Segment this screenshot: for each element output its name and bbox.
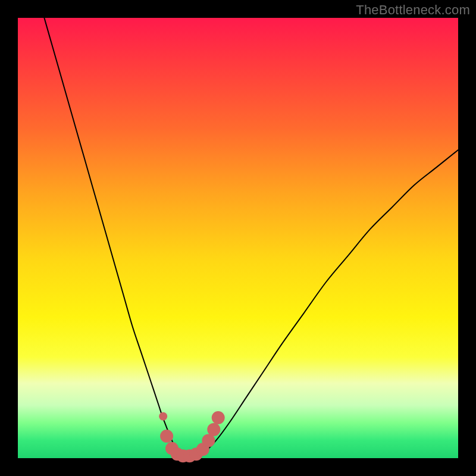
chart-frame: TheBottleneck.com bbox=[0, 0, 476, 476]
marker-dot bbox=[207, 423, 220, 436]
watermark-text: TheBottleneck.com bbox=[356, 2, 470, 18]
marker-dot bbox=[159, 412, 167, 421]
highlight-markers bbox=[159, 411, 225, 462]
curve-svg bbox=[18, 18, 458, 458]
bottleneck-curve bbox=[44, 18, 458, 459]
plot-area bbox=[18, 18, 458, 458]
marker-dot bbox=[160, 430, 173, 443]
marker-dot bbox=[212, 411, 225, 424]
